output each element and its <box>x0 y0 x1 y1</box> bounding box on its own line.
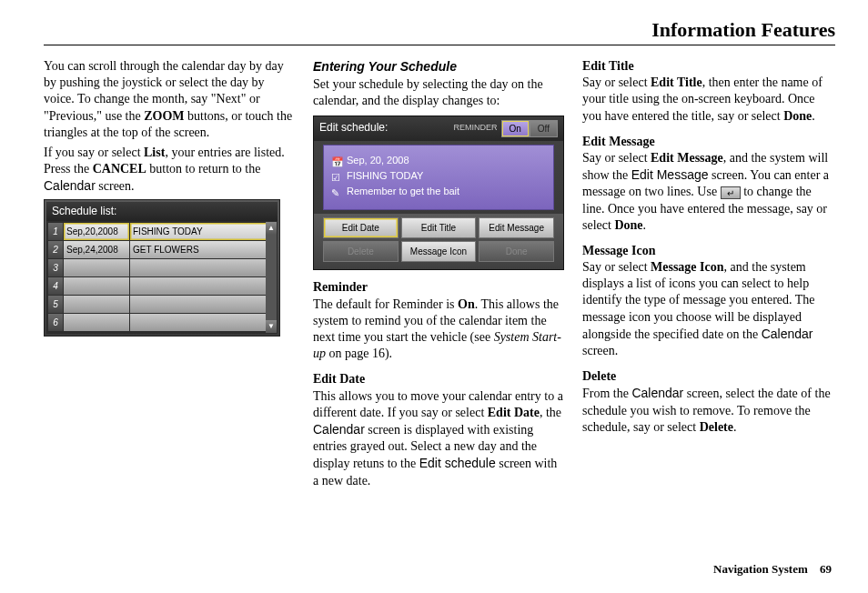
done-button[interactable]: Done <box>479 241 554 262</box>
edit-schedule-body: 📅Sep, 20, 2008 ☑FISHING TODAY ✎Remember … <box>323 145 554 211</box>
edit-message-button[interactable]: Edit Message <box>479 217 554 238</box>
text: . <box>812 109 815 123</box>
row-text: GET FLOWERS <box>130 241 276 258</box>
text: , the <box>540 406 561 419</box>
reminder-heading: Reminder <box>313 279 566 296</box>
schedule-row-6[interactable]: 6 <box>48 314 276 331</box>
scroll-up-icon[interactable]: ▲ <box>266 222 277 235</box>
row-date: Sep,20,2008 <box>64 223 129 240</box>
schedule-row-2[interactable]: 2 Sep,24,2008 GET FLOWERS <box>48 241 276 258</box>
edit-title-button[interactable]: Edit Title <box>401 217 477 238</box>
column-1: You can scroll through the calendar day … <box>44 58 297 493</box>
scrollbar[interactable]: ▲ ▼ <box>266 222 277 333</box>
message-icon-heading: Message Icon <box>582 243 835 259</box>
note-icon: ✎ <box>331 186 342 196</box>
row-number: 2 <box>48 241 63 258</box>
entering-schedule-intro: Set your schedule by selecting the day o… <box>313 76 566 109</box>
message-icon-button[interactable]: Message Icon <box>401 241 477 262</box>
row-date <box>64 296 129 313</box>
check-icon: ☑ <box>331 171 342 180</box>
edit-message-heading: Edit Message <box>582 134 835 150</box>
edit-title-paragraph: Say or select Edit Title, then enter the… <box>582 75 835 125</box>
on-label: On <box>458 297 475 311</box>
text: Say or select <box>582 260 651 274</box>
edit-schedule-screen-name: Edit schedule <box>419 456 496 470</box>
delete-paragraph: From the Calendar screen, select the dat… <box>582 385 835 436</box>
row-date <box>64 259 129 276</box>
delete-heading: Delete <box>582 368 835 385</box>
text: on page 16). <box>326 347 392 360</box>
delete-label: Delete <box>700 420 733 434</box>
page-footer: Navigation System 69 <box>713 562 832 577</box>
delete-button[interactable]: Delete <box>323 241 399 262</box>
reminder-paragraph: The default for Reminder is On. This all… <box>313 296 566 363</box>
text: The default for Reminder is <box>313 297 458 311</box>
schedule-row-5[interactable]: 5 <box>48 296 276 313</box>
entering-schedule-heading: Entering Your Schedule <box>313 58 566 75</box>
edit-message-paragraph: Say or select Edit Message, and the syst… <box>582 150 835 234</box>
edit-date-button[interactable]: Edit Date <box>323 217 399 238</box>
calendar-icon: 📅 <box>331 156 342 165</box>
three-column-layout: You can scroll through the calendar day … <box>44 58 835 493</box>
calendar-screen-name: Calendar <box>762 327 813 341</box>
edit-schedule-screenshot: Edit schedule: REMINDER On Off 📅Sep, 20,… <box>313 116 564 271</box>
row-text <box>130 277 276 295</box>
return-icon: ↵ <box>721 186 741 199</box>
footer-section: Navigation System <box>713 562 808 576</box>
schedule-row-3[interactable]: 3 <box>48 259 276 276</box>
page-number: 69 <box>820 562 832 576</box>
row-number: 4 <box>48 277 63 295</box>
edit-date-heading: Edit Date <box>313 371 566 387</box>
list-label: List <box>144 146 165 159</box>
edit-schedule-title: Edit schedule: <box>319 121 453 136</box>
row-text <box>130 296 276 313</box>
schedule-list-screenshot: Schedule list: 1 Sep,20,2008 FISHING TOD… <box>44 199 280 337</box>
calendar-screen-name: Calendar <box>313 422 365 437</box>
cancel-label: CANCEL <box>93 162 146 176</box>
row-text: FISHING TODAY <box>130 223 276 240</box>
row-date: Sep,24,2008 <box>64 241 129 258</box>
text: If you say or select <box>44 146 144 159</box>
reminder-on-button[interactable]: On <box>501 120 530 137</box>
done-label: Done <box>783 109 812 123</box>
intro-paragraph-2: If you say or select List, your entries … <box>44 145 297 196</box>
zoom-label: ZOOM <box>144 109 184 123</box>
message-icon-label: Message Icon <box>651 260 724 274</box>
edit-date-label: Edit Date <box>488 406 540 419</box>
column-2: Entering Your Schedule Set your schedule… <box>313 58 566 493</box>
text: button to return to the <box>146 162 261 176</box>
edit-message-screen-name: Edit Message <box>631 167 709 182</box>
row-number: 5 <box>48 296 63 313</box>
row-number: 1 <box>48 223 63 240</box>
reminder-label: REMINDER <box>453 123 497 134</box>
schedule-title-row: ☑FISHING TODAY <box>331 169 546 182</box>
calendar-screen-name: Calendar <box>631 386 683 400</box>
schedule-date-row: 📅Sep, 20, 2008 <box>331 154 546 166</box>
schedule-row-1[interactable]: 1 Sep,20,2008 FISHING TODAY <box>48 223 276 240</box>
edit-title-heading: Edit Title <box>582 58 835 75</box>
row-number: 6 <box>48 314 63 331</box>
schedule-row-4[interactable]: 4 <box>48 277 276 295</box>
scroll-down-icon[interactable]: ▼ <box>266 320 277 333</box>
edit-schedule-titlebar: Edit schedule: REMINDER On Off <box>314 116 563 141</box>
edit-title-label: Edit Title <box>651 75 702 89</box>
row-number: 3 <box>48 259 63 276</box>
row-text <box>130 259 276 276</box>
schedule-table: 1 Sep,20,2008 FISHING TODAY 2 Sep,24,200… <box>46 221 278 334</box>
page-title: Information Features <box>44 18 835 42</box>
row-text <box>130 314 276 331</box>
edit-schedule-buttons: Edit Date Edit Title Edit Message Delete… <box>314 214 563 269</box>
schedule-date: Sep, 20, 2008 <box>347 154 409 166</box>
reminder-off-button[interactable]: Off <box>530 120 558 137</box>
schedule-message-text: Remember to get the bait <box>347 185 459 197</box>
text: . <box>643 218 647 232</box>
message-icon-paragraph: Say or select Message Icon, and the syst… <box>582 259 835 359</box>
page-header: Information Features <box>44 18 835 45</box>
schedule-message-row: ✎Remember to get the bait <box>331 185 546 197</box>
text: From the <box>582 387 631 400</box>
text: Say or select <box>582 151 651 165</box>
text: screen. <box>96 179 135 193</box>
text: screen. <box>582 344 618 357</box>
schedule-list-title: Schedule list: <box>46 202 278 222</box>
done-label: Done <box>614 218 642 232</box>
